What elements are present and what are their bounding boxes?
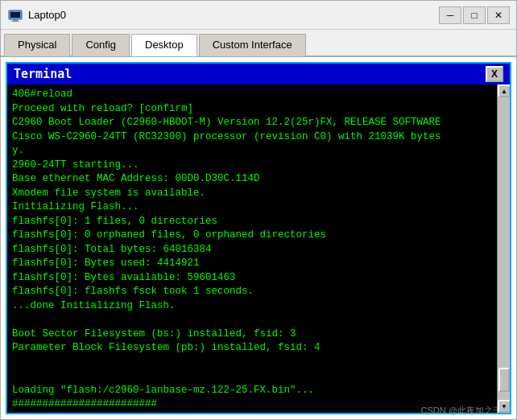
tab-desktop[interactable]: Desktop (131, 34, 197, 56)
scroll-down-button[interactable]: ▼ (498, 400, 510, 413)
minimize-button[interactable]: ─ (439, 6, 461, 24)
scrollbar-track[interactable] (498, 97, 510, 400)
svg-rect-3 (11, 21, 19, 22)
terminal-body: 406#reload Proceed with reload? [confirm… (7, 84, 510, 413)
terminal-title: Terminal (14, 67, 72, 81)
tab-physical[interactable]: Physical (4, 34, 70, 56)
terminal-header: Terminal X (7, 64, 510, 84)
title-bar: Laptop0 ─ □ ✕ (1, 1, 516, 30)
scroll-up-button[interactable]: ▲ (498, 84, 510, 97)
main-window: Laptop0 ─ □ ✕ Physical Config Desktop Cu… (0, 0, 517, 420)
window-title: Laptop0 (28, 9, 439, 21)
content-area: Terminal X 406#reload Proceed with reloa… (1, 57, 516, 419)
terminal-scrollbar[interactable]: ▲ ▼ (497, 84, 510, 413)
terminal-close-button[interactable]: X (486, 66, 503, 82)
svg-rect-1 (10, 12, 20, 18)
window-icon (7, 7, 23, 23)
title-bar-controls: ─ □ ✕ (439, 6, 510, 24)
tab-config[interactable]: Config (72, 34, 130, 56)
svg-rect-2 (13, 19, 18, 21)
close-button[interactable]: ✕ (487, 6, 510, 24)
terminal-output[interactable]: 406#reload Proceed with reload? [confirm… (7, 84, 497, 413)
maximize-button[interactable]: □ (463, 6, 486, 24)
tabs-bar: Physical Config Desktop Custom Interface (1, 30, 516, 57)
tab-custom-interface[interactable]: Custom Interface (199, 34, 306, 56)
scrollbar-thumb[interactable] (498, 368, 510, 392)
terminal-window: Terminal X 406#reload Proceed with reloa… (6, 62, 511, 414)
